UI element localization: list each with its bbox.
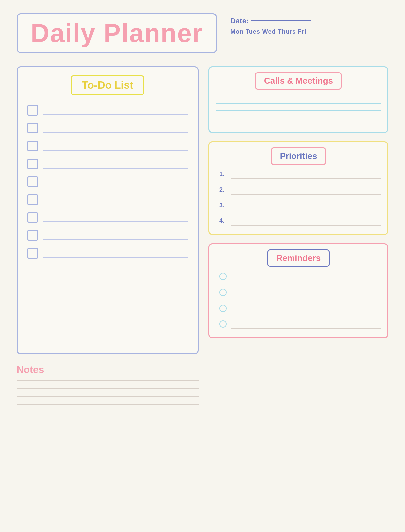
calls-title-wrapper: Calls & Meetings <box>216 72 381 90</box>
priorities-title: Priorities <box>271 147 326 165</box>
notes-line-4 <box>17 404 199 405</box>
priority-line-4 <box>231 225 381 226</box>
todo-title: To-Do List <box>71 75 144 95</box>
calls-line-2 <box>216 103 381 104</box>
todo-checkbox-1[interactable] <box>27 105 38 116</box>
notes-title: Notes <box>17 364 199 375</box>
todo-checkbox-8[interactable] <box>27 230 38 241</box>
todo-title-wrapper: To-Do List <box>27 75 188 95</box>
priority-line-1 <box>231 178 381 179</box>
left-column: To-Do List <box>17 66 199 420</box>
date-row: Date: <box>230 17 311 25</box>
priority-item-3: 3. <box>219 202 381 210</box>
todo-item <box>27 212 188 224</box>
page-title: Daily Planner <box>31 20 203 46</box>
notes-section: Notes <box>17 364 199 420</box>
priority-num-1: 1. <box>219 171 227 178</box>
todo-checkbox-6[interactable] <box>27 194 38 205</box>
notes-line-1 <box>17 380 199 381</box>
calls-line-1 <box>216 96 381 96</box>
todo-line-1 <box>43 114 188 115</box>
priority-num-2: 2. <box>219 186 227 193</box>
main-content: To-Do List <box>17 66 388 420</box>
todo-item <box>27 248 188 260</box>
reminders-title-wrapper: Reminders <box>216 249 381 267</box>
todo-checkbox-9[interactable] <box>27 248 38 259</box>
priority-item-2: 2. <box>219 186 381 195</box>
notes-line-3 <box>17 396 199 397</box>
reminders-list <box>216 273 381 329</box>
todo-item <box>27 230 188 242</box>
todo-items <box>27 105 188 260</box>
notes-line-2 <box>17 388 199 389</box>
reminder-circle-4[interactable] <box>219 320 227 328</box>
todo-item <box>27 141 188 153</box>
priority-item-1: 1. <box>219 171 381 179</box>
reminder-item-3 <box>219 305 381 313</box>
reminder-item-4 <box>219 320 381 329</box>
notes-line-5 <box>17 412 199 412</box>
notes-line-6 <box>17 420 199 420</box>
calls-line-3 <box>216 110 381 111</box>
header: Daily Planner Date: Mon Tues Wed Thurs F… <box>17 13 388 53</box>
reminder-line-3 <box>231 313 381 313</box>
reminder-line-2 <box>231 297 381 297</box>
todo-line-6 <box>43 204 188 204</box>
reminder-item-2 <box>219 289 381 297</box>
reminder-line-4 <box>231 328 381 329</box>
todo-line-3 <box>43 150 188 151</box>
todo-line-7 <box>43 221 188 222</box>
reminder-circle-3[interactable] <box>219 305 227 312</box>
priorities-title-wrapper: Priorities <box>216 147 381 165</box>
right-column: Calls & Meetings Priorities 1. <box>208 66 388 338</box>
priorities-list: 1. 2. 3. 4. <box>216 171 381 226</box>
todo-line-9 <box>43 257 188 258</box>
date-underline <box>251 20 311 21</box>
calls-title: Calls & Meetings <box>255 72 342 90</box>
todo-line-5 <box>43 186 188 186</box>
todo-checkbox-2[interactable] <box>27 123 38 133</box>
priority-num-3: 3. <box>219 202 227 209</box>
todo-line-8 <box>43 239 188 240</box>
todo-item <box>27 105 188 117</box>
reminder-circle-1[interactable] <box>219 273 227 280</box>
todo-line-2 <box>43 132 188 133</box>
todo-checkbox-4[interactable] <box>27 159 38 169</box>
todo-item <box>27 194 188 206</box>
priority-line-2 <box>231 194 381 195</box>
date-label: Date: <box>230 17 248 25</box>
calls-line-5 <box>216 125 381 125</box>
todo-checkbox-3[interactable] <box>27 141 38 151</box>
todo-line-4 <box>43 168 188 169</box>
todo-checkbox-5[interactable] <box>27 176 38 187</box>
calls-lines <box>216 96 381 125</box>
reminders-title: Reminders <box>267 249 330 267</box>
reminders-section: Reminders <box>208 243 388 338</box>
reminder-circle-2[interactable] <box>219 289 227 296</box>
title-box: Daily Planner <box>17 13 217 53</box>
calls-section: Calls & Meetings <box>208 66 388 133</box>
reminder-item-1 <box>219 273 381 281</box>
priority-line-3 <box>231 210 381 210</box>
date-area: Date: Mon Tues Wed Thurs Fri <box>230 13 311 35</box>
todo-section: To-Do List <box>17 66 199 354</box>
priority-num-4: 4. <box>219 218 227 224</box>
priority-item-4: 4. <box>219 218 381 226</box>
notes-lines <box>17 380 199 420</box>
todo-checkbox-7[interactable] <box>27 212 38 223</box>
priorities-section: Priorities 1. 2. 3. 4. <box>208 141 388 235</box>
todo-item <box>27 176 188 188</box>
calls-line-4 <box>216 118 381 118</box>
todo-item <box>27 123 188 135</box>
days-row: Mon Tues Wed Thurs Fri <box>230 28 311 35</box>
todo-item <box>27 159 188 170</box>
reminder-line-1 <box>231 281 381 281</box>
